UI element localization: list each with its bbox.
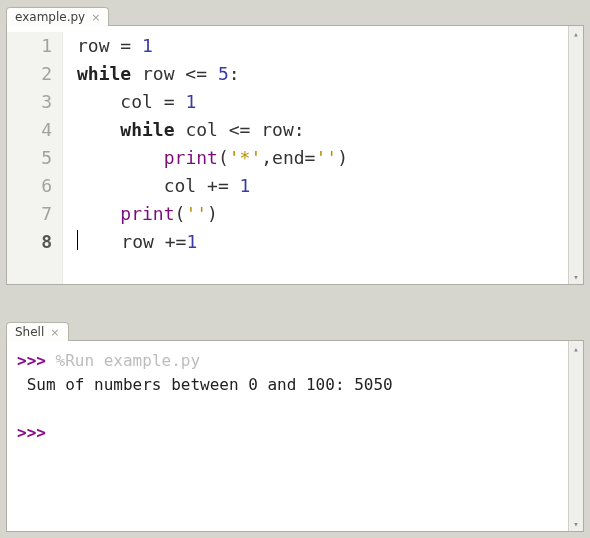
line-number: 7: [7, 200, 52, 228]
shell-scrollbar[interactable]: ▴ ▾: [568, 341, 583, 531]
code-line[interactable]: print(''): [77, 200, 568, 228]
code-line[interactable]: row = 1: [77, 32, 568, 60]
line-number: 2: [7, 60, 52, 88]
line-number: 6: [7, 172, 52, 200]
editor-tab-bar: example.py ×: [6, 1, 584, 25]
code-line[interactable]: col += 1: [77, 172, 568, 200]
code-line[interactable]: print('*',end=''): [77, 144, 568, 172]
scroll-up-icon[interactable]: ▴: [569, 341, 583, 356]
shell-pane: Shell × >>> %Run example.py Sum of numbe…: [6, 316, 584, 532]
line-gutter: 12345678: [7, 32, 63, 284]
scroll-up-icon[interactable]: ▴: [569, 26, 583, 41]
shell-output: Sum of numbers between 0 and 100: 5050: [17, 375, 393, 394]
shell-prompt: >>>: [17, 423, 46, 442]
editor-content: 12345678 row = 1while row <= 5: col = 1 …: [6, 25, 584, 285]
code-line[interactable]: row +=1: [77, 228, 568, 256]
line-number: 5: [7, 144, 52, 172]
code-editor[interactable]: 12345678 row = 1while row <= 5: col = 1 …: [7, 26, 568, 284]
line-number: 3: [7, 88, 52, 116]
editor-tab-label: example.py: [15, 10, 85, 24]
shell-run-command: %Run example.py: [56, 351, 201, 370]
shell-tab-label: Shell: [15, 325, 44, 339]
line-number: 4: [7, 116, 52, 144]
shell-content: >>> %Run example.py Sum of numbers betwe…: [6, 340, 584, 532]
code-area[interactable]: row = 1while row <= 5: col = 1 while col…: [63, 32, 568, 284]
shell-area[interactable]: >>> %Run example.py Sum of numbers betwe…: [7, 341, 568, 531]
editor-scrollbar[interactable]: ▴ ▾: [568, 26, 583, 284]
editor-tab[interactable]: example.py ×: [6, 7, 109, 26]
shell-tab[interactable]: Shell ×: [6, 322, 69, 341]
shell-tab-bar: Shell ×: [6, 316, 584, 340]
line-number: 8: [7, 228, 52, 256]
code-line[interactable]: while col <= row:: [77, 116, 568, 144]
scroll-down-icon[interactable]: ▾: [569, 516, 583, 531]
editor-pane: example.py × 12345678 row = 1while row <…: [6, 1, 584, 285]
scroll-down-icon[interactable]: ▾: [569, 269, 583, 284]
code-line[interactable]: while row <= 5:: [77, 60, 568, 88]
code-line[interactable]: col = 1: [77, 88, 568, 116]
line-number: 1: [7, 32, 52, 60]
close-icon[interactable]: ×: [50, 327, 59, 338]
shell-prompt: >>>: [17, 351, 46, 370]
close-icon[interactable]: ×: [91, 12, 100, 23]
